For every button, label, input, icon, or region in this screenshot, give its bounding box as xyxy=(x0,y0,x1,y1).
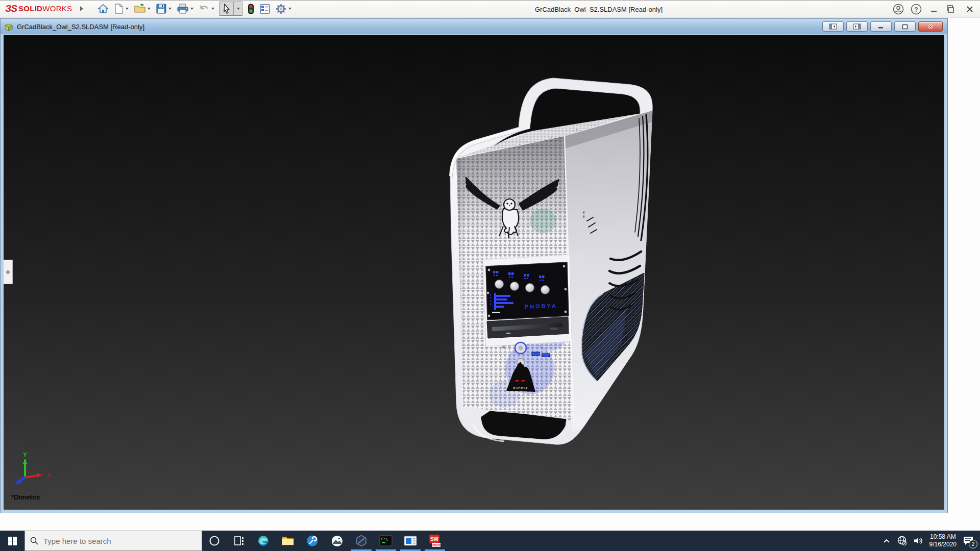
save-dropdown-caret[interactable] xyxy=(168,8,172,10)
view-orientation-label: *Dimetric xyxy=(11,493,40,501)
pc-case-model[interactable]: PHOBYA xyxy=(443,68,657,448)
chevron-right-icon xyxy=(79,6,84,12)
taskbar-clock[interactable]: 10:58 AM 9/16/2020 xyxy=(929,533,957,548)
solidworks-logo-mark: ЗS xyxy=(5,3,17,14)
new-document-button[interactable] xyxy=(112,2,131,15)
document-titlebar[interactable]: GrCadBlack_Owl_S2.SLDASM [Read-only] xyxy=(1,19,947,34)
doc-minimize-button[interactable] xyxy=(870,21,892,32)
interference-check-button[interactable] xyxy=(246,2,256,15)
taskbar-item-window-app[interactable] xyxy=(398,531,423,551)
taskbar-item-hex-app[interactable] xyxy=(349,531,374,551)
svg-text:SW: SW xyxy=(430,536,439,542)
window-app-icon xyxy=(404,536,417,546)
fan-controller-panel: PHOBYA xyxy=(486,262,569,320)
search-icon xyxy=(30,537,38,545)
app-title: GrCadBlack_Owl_S2.SLDASM [Read-only] xyxy=(535,1,663,18)
close-button[interactable] xyxy=(964,3,976,15)
undo-dropdown-caret[interactable] xyxy=(211,8,214,10)
help-icon: ? xyxy=(911,4,922,15)
system-tray: 10:58 AM 9/16/2020 2 xyxy=(883,531,980,551)
new-document-icon xyxy=(114,4,124,14)
case-side-panel xyxy=(565,111,652,431)
collapse-tab-handle-icon xyxy=(6,270,10,274)
taskbar-item-command-prompt[interactable]: C:\ xyxy=(374,531,398,551)
clock-time: 10:58 AM xyxy=(930,533,956,540)
brand-solid: SOLID xyxy=(18,4,42,13)
print-dropdown-caret[interactable] xyxy=(190,8,193,10)
account-button[interactable] xyxy=(892,3,904,15)
taskbar-item-photos[interactable] xyxy=(325,531,349,551)
select-tool-dropdown[interactable] xyxy=(233,2,242,15)
cortana-icon xyxy=(209,535,220,546)
task-view-icon xyxy=(233,535,244,546)
document-window: GrCadBlack_Owl_S2.SLDASM [Read-only] xyxy=(0,18,948,513)
select-tool-button[interactable] xyxy=(220,2,233,15)
minimize-button[interactable] xyxy=(928,3,940,15)
edge-icon xyxy=(257,535,270,547)
search-input[interactable] xyxy=(42,536,197,546)
open-folder-icon xyxy=(134,4,145,14)
options-dropdown-caret[interactable] xyxy=(288,8,291,10)
gear-icon xyxy=(276,4,286,14)
restore-button[interactable] xyxy=(946,3,958,15)
action-center-button[interactable]: 2 xyxy=(963,536,974,546)
svg-text:C:\: C:\ xyxy=(381,537,388,541)
taskbar-item-cortana[interactable] xyxy=(202,531,227,551)
new-document-dropdown-caret[interactable] xyxy=(126,8,129,10)
save-button[interactable] xyxy=(154,2,174,15)
save-icon xyxy=(156,4,166,14)
triad-y-label: Y xyxy=(23,452,27,458)
doc-restore-button[interactable] xyxy=(894,21,916,32)
drive-led xyxy=(506,333,510,334)
open-button[interactable] xyxy=(132,2,153,15)
start-button[interactable] xyxy=(0,531,24,551)
help-button[interactable]: ? xyxy=(910,3,922,15)
pane-left-icon xyxy=(829,23,837,30)
featuremanager-collapse-tab[interactable] xyxy=(4,260,13,284)
tray-volume-button[interactable] xyxy=(913,536,923,545)
tray-show-hidden-button[interactable] xyxy=(883,538,891,544)
taskbar: C:\ SW 2020 xyxy=(0,531,980,551)
triad-x-label: X xyxy=(47,472,51,478)
taskbar-item-file-explorer[interactable] xyxy=(276,531,300,551)
taskbar-search[interactable] xyxy=(24,531,202,551)
minimize-icon xyxy=(930,5,938,13)
doc-minimize-icon xyxy=(877,24,885,29)
restore-icon xyxy=(947,5,957,13)
pane-left-button[interactable] xyxy=(822,21,844,32)
app-titlebar: ЗS SOLIDWORKS xyxy=(0,0,980,17)
orientation-triad: Y X xyxy=(10,451,53,492)
open-dropdown-caret[interactable] xyxy=(148,8,151,10)
taskbar-item-edge[interactable] xyxy=(251,531,276,551)
badge-brand-text: PHOBYA xyxy=(513,387,528,390)
options-button[interactable] xyxy=(274,2,293,15)
pane-right-button[interactable] xyxy=(846,21,868,32)
doc-restore-icon xyxy=(901,24,909,30)
home-button[interactable] xyxy=(95,2,111,15)
hexagon-app-icon xyxy=(355,535,368,547)
globe-network-icon xyxy=(897,536,907,546)
speaker-icon xyxy=(913,536,923,545)
print-button[interactable] xyxy=(175,2,195,15)
clock-date: 9/16/2020 xyxy=(929,541,957,548)
undo-button[interactable] xyxy=(197,2,216,15)
file-explorer-icon xyxy=(282,536,294,546)
document-window-controls xyxy=(822,21,944,32)
graphics-viewport[interactable]: PHOBYA xyxy=(4,35,944,510)
user-account-icon xyxy=(893,4,904,15)
menu-expand-arrow[interactable] xyxy=(79,6,84,12)
taskbar-item-solidworks[interactable]: SW 2020 xyxy=(423,531,447,551)
design-table-button[interactable] xyxy=(258,2,272,15)
photos-icon xyxy=(331,535,343,547)
doc-close-icon xyxy=(927,23,934,30)
windows-logo-icon xyxy=(8,537,17,545)
tray-network-button[interactable] xyxy=(897,536,907,546)
select-cursor-icon xyxy=(222,4,231,14)
doc-close-button[interactable] xyxy=(918,21,943,32)
taskbar-item-tool-app[interactable] xyxy=(300,531,325,551)
assembly-document-icon xyxy=(4,22,14,31)
taskbar-item-task-view[interactable] xyxy=(227,531,251,551)
undo-icon xyxy=(199,4,209,13)
quick-access-toolbar xyxy=(95,2,293,16)
close-icon xyxy=(966,5,974,13)
